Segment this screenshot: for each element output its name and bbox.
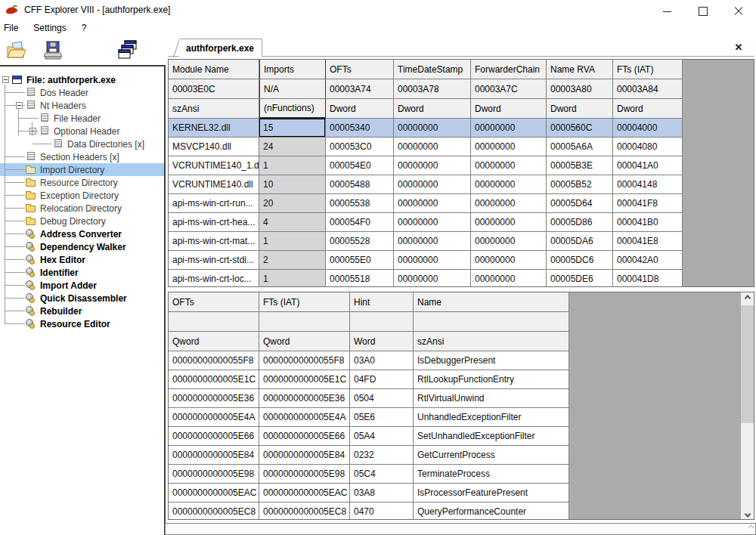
cell-fts-iat[interactable]: 000042A0 [613, 251, 683, 270]
tree-expander[interactable] [2, 73, 12, 86]
cell-forwarderchain[interactable]: 00000000 [471, 194, 547, 213]
scroll-up-button[interactable] [741, 292, 754, 305]
windows-cascade-button[interactable] [113, 37, 141, 64]
cell-name[interactable]: IsDebuggerPresent [414, 351, 569, 370]
cell-name[interactable]: GetCurrentProcess [414, 446, 569, 465]
cell-ofts[interactable]: 0000000000005E98 [169, 465, 259, 484]
tree-item-file-authforperk-exe[interactable]: File: authforperk.exe [0, 73, 164, 86]
cell-ofts[interactable]: 000053C0 [326, 138, 394, 156]
cell-ofts[interactable]: 0000000000005E84 [169, 446, 259, 465]
save-file-button[interactable] [39, 37, 67, 64]
cell-ofts[interactable]: 0000000000005E66 [169, 427, 259, 446]
cell-module-name[interactable]: VCRUNTIME140_1.dll [169, 156, 259, 175]
cell-forwarderchain[interactable]: 00000000 [471, 138, 547, 156]
cell-imports[interactable]: 1 [259, 270, 326, 287]
cell-module-name[interactable]: api-ms-win-crt-loc... [169, 270, 259, 287]
tree-expander[interactable] [15, 99, 26, 112]
cell-fts-iat[interactable]: 0000000000005EC8 [259, 503, 350, 520]
cell-timedatestamp[interactable]: 00000000 [394, 251, 471, 270]
cell-forwarderchain[interactable]: 00000000 [471, 251, 547, 270]
functions-scrollbar[interactable] [741, 292, 754, 519]
tree-item-import-adder[interactable]: Import Adder [0, 279, 164, 292]
cell-imports[interactable]: 24 [259, 138, 326, 156]
cell-name-rva[interactable]: 00005D86 [547, 213, 613, 232]
cell-ofts[interactable]: 0000000000005E4A [169, 408, 259, 427]
cell-hint[interactable]: 0232 [350, 446, 414, 465]
cell-timedatestamp[interactable]: 00000000 [394, 232, 471, 251]
cell-imports[interactable]: 1 [259, 156, 326, 175]
cell-name[interactable]: IsProcessorFeaturePresent [414, 484, 569, 503]
cell-ofts[interactable]: 00000000000055F8 [169, 351, 259, 370]
cell-name-rva[interactable]: 00005DC6 [547, 251, 613, 270]
cell-forwarderchain[interactable]: 00000000 [471, 232, 547, 251]
cell-ofts[interactable]: 000054F0 [326, 213, 394, 232]
cell-ofts[interactable]: 00005518 [326, 270, 394, 287]
collapse-minus-icon[interactable] [16, 102, 23, 109]
tree-item-dependency-walker[interactable]: Dependency Walker [0, 240, 164, 253]
cell-name[interactable]: UnhandledExceptionFilter [414, 408, 569, 427]
menu-help[interactable]: ? [74, 20, 94, 36]
cell-name-rva[interactable]: 00005DE6 [547, 270, 613, 287]
cell-name-rva[interactable]: 00005D64 [547, 194, 613, 213]
cell-timedatestamp[interactable]: 00000000 [394, 175, 471, 194]
cell-name-rva[interactable]: 00005B52 [547, 175, 613, 194]
cell-ofts[interactable]: 000054E0 [326, 156, 394, 175]
cell-imports[interactable]: 10 [259, 175, 326, 194]
cell-module-name[interactable]: api-ms-win-crt-stdi... [169, 251, 259, 270]
tree-item-relocation-directory[interactable]: Relocation Directory [0, 202, 164, 215]
tree-item-resource-directory[interactable]: Resource Directory [0, 176, 164, 189]
cell-name[interactable]: TerminateProcess [414, 465, 569, 484]
collapse-minus-icon[interactable] [29, 128, 36, 135]
tree-item-dos-header[interactable]: Dos Header [0, 86, 164, 99]
cell-hint[interactable]: 0504 [350, 389, 414, 408]
tree-item-import-directory[interactable]: Import Directory [0, 163, 164, 176]
tree-item-address-converter[interactable]: Address Converter [0, 227, 164, 240]
cell-timedatestamp[interactable]: 00000000 [394, 156, 471, 175]
cell-fts-iat[interactable]: 00004080 [613, 138, 683, 156]
cell-fts-iat[interactable]: 000041B0 [613, 213, 683, 232]
cell-fts-iat[interactable]: 0000000000005E98 [259, 465, 350, 484]
cell-fts-iat[interactable]: 000041D8 [613, 270, 683, 287]
tree-item-resource-editor[interactable]: Resource Editor [0, 317, 164, 330]
cell-fts-iat[interactable]: 0000000000005E66 [259, 427, 350, 446]
cell-name-rva[interactable]: 00005A6A [547, 138, 613, 156]
cell-name[interactable]: SetUnhandledExceptionFilter [414, 427, 569, 446]
cell-forwarderchain[interactable]: 00000000 [471, 270, 547, 287]
cell-timedatestamp[interactable]: 00000000 [394, 194, 471, 213]
cell-fts-iat[interactable]: 000041E8 [613, 232, 683, 251]
scroll-up-button-small[interactable] [749, 527, 753, 530]
cell-hint[interactable]: 03A0 [350, 351, 414, 370]
tree-item-file-header[interactable]: File Header [0, 112, 164, 125]
cell-timedatestamp[interactable]: 00000000 [394, 270, 471, 287]
cell-timedatestamp[interactable]: 00000000 [394, 138, 471, 156]
cell-name-rva[interactable]: 00005DA6 [547, 232, 613, 251]
cell-fts-iat[interactable]: 0000000000005E4A [259, 408, 350, 427]
cell-ofts[interactable]: 00005538 [326, 194, 394, 213]
cell-fts-iat[interactable]: 0000000000005E1C [259, 370, 350, 389]
cell-fts-iat[interactable]: 0000000000005EAC [259, 484, 350, 503]
cell-imports[interactable]: 4 [259, 213, 326, 232]
cell-forwarderchain[interactable]: 00000000 [471, 156, 547, 175]
menu-settings[interactable]: Settings [26, 20, 73, 36]
cell-fts-iat[interactable]: 00004000 [613, 119, 683, 138]
cell-forwarderchain[interactable]: 00000000 [471, 213, 547, 232]
tab-close-icon[interactable]: ✕ [731, 39, 746, 54]
tree-item-section-headers-x[interactable]: Section Headers [x] [0, 150, 164, 163]
tree-item-debug-directory[interactable]: Debug Directory [0, 215, 164, 227]
cell-imports[interactable]: 1 [259, 232, 326, 251]
cell-fts-iat[interactable]: 0000000000005E36 [259, 389, 350, 408]
tree-item-rebuilder[interactable]: Rebuilder [0, 305, 164, 317]
tree-item-exception-directory[interactable]: Exception Directory [0, 189, 164, 202]
tree-item-identifier[interactable]: Identifier [0, 266, 164, 279]
cell-ofts[interactable]: 00005488 [326, 175, 394, 194]
cell-module-name[interactable]: api-ms-win-crt-hea... [169, 213, 259, 232]
cell-fts-iat[interactable]: 000041A0 [613, 156, 683, 175]
cell-module-name[interactable]: MSVCP140.dll [169, 138, 259, 156]
cell-imports[interactable]: 15 [259, 119, 326, 138]
cell-hint[interactable]: 05C4 [350, 465, 414, 484]
open-file-button[interactable] [3, 37, 30, 64]
cell-ofts[interactable]: 0000000000005E1C [169, 370, 259, 389]
tree-item-optional-header[interactable]: Optional Header [0, 125, 164, 138]
cell-module-name[interactable]: KERNEL32.dll [169, 119, 259, 138]
cell-module-name[interactable]: api-ms-win-crt-run... [169, 194, 259, 213]
